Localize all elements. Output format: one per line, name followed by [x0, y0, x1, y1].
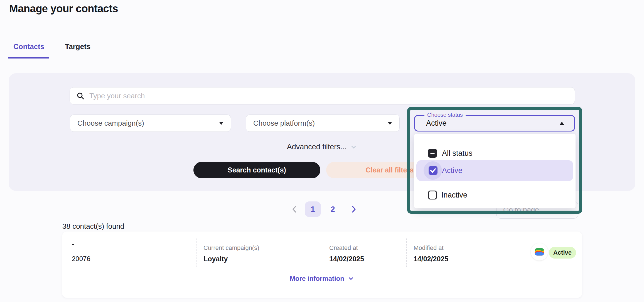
campaign-select[interactable]: Choose campaign(s) — [70, 115, 231, 132]
checkbox-indeterminate-icon[interactable] — [428, 149, 437, 158]
advanced-filters-label: Advanced filters... — [287, 143, 347, 151]
tabs: Contacts Targets — [8, 38, 95, 59]
caret-down-icon — [219, 122, 223, 125]
caret-down-icon — [388, 122, 392, 125]
status-badge: Active — [549, 247, 576, 259]
status-select-floating-label: Choose status — [424, 112, 466, 118]
status-select[interactable]: Choose status Active — [414, 115, 575, 131]
search-contacts-button[interactable]: Search contact(s) — [193, 162, 320, 178]
more-information-label: More information — [290, 275, 344, 282]
contacts-page: Manage your contacts Contacts Targets Ch… — [0, 0, 644, 302]
search-icon — [77, 92, 84, 100]
search-input[interactable] — [89, 92, 568, 100]
column-divider — [406, 238, 407, 267]
contact-name: - — [72, 240, 74, 249]
caret-up-icon — [560, 122, 564, 125]
platform-select-label: Choose platform(s) — [253, 119, 315, 128]
pagination-next-button[interactable] — [346, 201, 362, 217]
page-title: Manage your contacts — [9, 3, 118, 15]
tab-contacts[interactable]: Contacts — [8, 38, 49, 59]
status-option-label: Inactive — [441, 191, 467, 199]
platform-avatar — [531, 243, 548, 260]
modified-at-value: 14/02/2025 — [414, 255, 448, 263]
contact-card: - 20076 Current campaign(s) Loyalty Crea… — [62, 232, 582, 298]
campaign-field-label: Current campaign(s) — [203, 244, 259, 252]
chevron-right-icon — [350, 205, 357, 214]
status-option-label: All status — [442, 149, 473, 158]
tabs-divider — [8, 57, 636, 57]
chevron-down-icon — [350, 143, 357, 151]
status-option-label: Active — [442, 166, 463, 175]
created-at-value: 14/02/2025 — [329, 255, 364, 263]
search-box[interactable] — [70, 87, 575, 104]
chevron-left-icon — [291, 205, 298, 214]
pagination-page-1[interactable]: 1 — [305, 201, 321, 217]
contact-id: 20076 — [72, 255, 90, 263]
chevron-down-icon — [348, 275, 354, 282]
checkbox-checked-icon[interactable] — [429, 166, 437, 175]
status-option-all[interactable]: All status — [414, 134, 576, 160]
status-option-inactive[interactable]: Inactive — [414, 181, 576, 208]
advanced-filters-toggle[interactable]: Advanced filters... — [287, 143, 357, 151]
platform-select[interactable]: Choose platform(s) — [246, 115, 400, 132]
tab-targets[interactable]: Targets — [60, 38, 95, 59]
column-divider — [322, 238, 322, 267]
column-divider — [196, 238, 196, 267]
pagination-page-2[interactable]: 2 — [325, 201, 341, 217]
modified-at-label: Modified at — [414, 244, 444, 252]
menu-divider — [414, 160, 576, 160]
google-wallet-icon — [534, 246, 545, 258]
created-at-label: Created at — [329, 244, 358, 252]
campaign-select-label: Choose campaign(s) — [77, 119, 144, 128]
status-option-active[interactable]: Active — [416, 160, 573, 181]
checkbox-unchecked-icon[interactable] — [428, 191, 437, 199]
more-information-toggle[interactable]: More information — [290, 275, 354, 282]
status-select-value: Active — [426, 119, 447, 128]
pagination-prev-button[interactable] — [289, 201, 300, 217]
status-dropdown-menu: All status Active Inactive — [414, 134, 576, 208]
campaign-field-value: Loyalty — [203, 255, 228, 263]
results-count: 38 contact(s) found — [62, 222, 124, 231]
